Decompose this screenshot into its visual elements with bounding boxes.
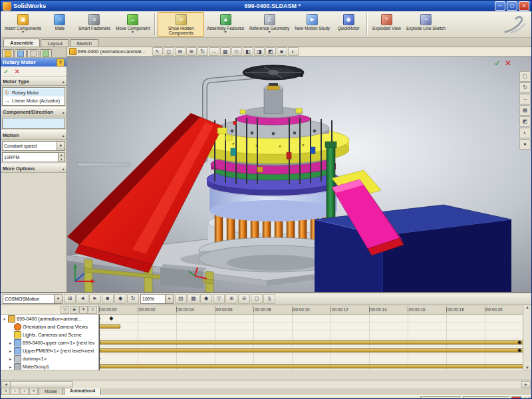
toolbar-smart-fasteners[interactable]: ≡Smart Fasteners xyxy=(76,12,113,37)
shaded-with-edges-icon[interactable]: ◩ xyxy=(265,47,276,56)
shaded-icon[interactable]: ■ xyxy=(277,47,287,56)
wireframe-icon[interactable]: ◇ xyxy=(231,47,242,56)
expand-icon[interactable]: ▾ xyxy=(2,317,7,321)
tree-item-699-0400-animation-animat[interactable]: ▾699-0400 (animation<animat... xyxy=(1,315,98,323)
view-orientation-icon[interactable]: ▦ xyxy=(519,105,531,116)
timeline-track[interactable]: ◆ xyxy=(99,362,523,370)
filter-all-icon[interactable]: ▽ xyxy=(61,306,69,314)
zoom-fit-timeline-icon[interactable]: ◻ xyxy=(251,294,263,304)
timeline-track[interactable]: ◆ xyxy=(99,323,523,331)
keyframe-diamond[interactable]: ◆ xyxy=(517,347,521,354)
results-graph-icon[interactable]: ▤ xyxy=(175,294,187,304)
speed-type-select[interactable]: Constant speed ▼ xyxy=(2,141,65,151)
timeline-track[interactable]: ◆ xyxy=(99,354,523,362)
panel-tab-3[interactable] xyxy=(40,49,52,57)
standard-views-icon[interactable]: ▦ xyxy=(220,47,231,56)
collapse-icon[interactable]: ▴ xyxy=(63,133,65,138)
study-type-select[interactable]: COSMOSMotion ▼ xyxy=(3,294,63,304)
tree-item-upperpm699-1-next-level-next[interactable]: ▸UpperPM699<1> (next level<next xyxy=(1,346,98,354)
scroll-down-icon[interactable]: ▼ xyxy=(525,366,529,370)
scroll-right-icon[interactable]: ► xyxy=(521,381,531,388)
help-icon[interactable]: ? xyxy=(57,59,65,66)
timeline-ruler[interactable]: 00:00:0000:00:0200:00:0400:00:0600:00:08… xyxy=(99,305,523,315)
section-component-direction[interactable]: Component/Direction ▴ xyxy=(1,107,66,116)
toolbar-quickmotor[interactable]: ◉QuickMotor xyxy=(332,12,364,37)
toolbar-assembly-features[interactable]: ▲Assembly Features▾ xyxy=(204,12,247,37)
toolbar-new-motion-study[interactable]: ►New Motion Study xyxy=(292,12,332,37)
toolbar-reference-geometry[interactable]: ∠Reference Geometry▾ xyxy=(247,12,292,37)
toolbar-insert-components[interactable]: ▣Insert Components▾ xyxy=(2,12,44,37)
tree-item-mategroup1[interactable]: ▸MateGroup1 xyxy=(1,362,98,370)
play-from-start-icon[interactable]: ◄ xyxy=(76,294,88,304)
spinner[interactable]: ▲▼ xyxy=(58,153,65,162)
zoom-fit-icon[interactable]: ◻ xyxy=(164,47,174,56)
hidden-lines-visible-icon[interactable]: ◧ xyxy=(243,47,253,56)
keyframe-diamond[interactable]: ◆ xyxy=(517,339,521,346)
hide-show-items-icon[interactable]: ◐ xyxy=(519,128,531,138)
panel-tab-1[interactable] xyxy=(15,49,27,57)
motor-option-rotary-motor[interactable]: ↻Rotary Motor xyxy=(3,88,64,96)
confirm-cancel-icon[interactable]: ✕ xyxy=(505,59,511,68)
zoom-area-icon[interactable]: ⊞ xyxy=(175,47,186,56)
expand-icon[interactable]: ▸ xyxy=(8,348,13,353)
rotate-view-icon[interactable]: ↻ xyxy=(198,47,208,56)
rotate-view-icon[interactable]: ↻ xyxy=(519,82,531,93)
change-bar[interactable] xyxy=(99,364,523,368)
dropdown-arrow-icon[interactable]: ▾ xyxy=(22,31,24,33)
select-icon[interactable]: ↖ xyxy=(152,47,163,56)
chevron-down-icon[interactable]: ▼ xyxy=(165,295,173,303)
fullscreen-icon[interactable]: ◻ xyxy=(519,71,531,82)
expand-icon[interactable]: ▸ xyxy=(8,356,13,361)
panel-tab-2[interactable] xyxy=(27,49,39,57)
rpm-input[interactable]: 10RPM ▲▼ xyxy=(2,152,65,162)
minimize-button[interactable]: ─ xyxy=(495,1,505,11)
toolbar-explode-line-sketch[interactable]: ~Explode Line Sketch xyxy=(404,12,448,37)
expand-icon[interactable]: ▴ xyxy=(63,166,65,171)
tab-layout[interactable]: Layout xyxy=(41,39,69,47)
timeline-track[interactable]: ◆ xyxy=(99,331,523,338)
timeline-track[interactable]: ◆◆ xyxy=(99,338,523,346)
motion-settings-icon[interactable]: ▦ xyxy=(188,294,200,304)
hidden-lines-removed-icon[interactable]: ◨ xyxy=(254,47,265,56)
camera-icon[interactable]: ● xyxy=(519,139,531,150)
timeline-track[interactable]: ◆◆ xyxy=(99,315,523,323)
zoom-in-timeline-icon[interactable]: ⊕ xyxy=(225,294,237,304)
chevron-down-icon[interactable]: ▼ xyxy=(54,295,62,303)
timeline-track[interactable]: ◆◆ xyxy=(99,346,523,354)
section-motion[interactable]: Motion ▴ xyxy=(1,130,66,140)
dropdown-arrow-icon[interactable]: ▾ xyxy=(132,31,134,33)
collapse-icon[interactable]: ▴ xyxy=(63,110,65,114)
key-properties-icon[interactable]: ◆ xyxy=(200,294,212,304)
cancel-button[interactable]: ✕ xyxy=(14,68,19,75)
scrollbar-thumb[interactable] xyxy=(10,381,72,388)
resize-grip[interactable] xyxy=(523,396,531,399)
ok-button[interactable]: ✓ xyxy=(3,68,9,75)
section-more-options[interactable]: More Options ▴ xyxy=(1,164,66,173)
flag-icon[interactable]: § xyxy=(263,294,275,304)
tree-item-orientation-and-camera-views[interactable]: Orientation and Camera Views xyxy=(1,323,98,331)
playhead[interactable] xyxy=(99,315,100,370)
zoom-in-out-icon[interactable]: ⊕ xyxy=(186,47,197,56)
chevron-down-icon[interactable]: ▼ xyxy=(57,142,65,150)
scroll-left-icon[interactable]: ◄ xyxy=(1,381,11,388)
spin-down-icon[interactable]: ▼ xyxy=(58,158,65,162)
tab-model[interactable]: Model xyxy=(39,388,63,395)
save-animation-icon[interactable]: ◆ xyxy=(114,294,126,304)
tree-item-lights-cameras-and-scene[interactable]: Lights, Cameras and Scene xyxy=(1,331,98,338)
motor-option-linear-motor-actuator[interactable]: →Linear Motor (Actuator) xyxy=(3,96,64,104)
scroll-up-icon[interactable]: ▲ xyxy=(525,305,529,309)
filter-driving-icon[interactable]: ▼ xyxy=(79,306,88,314)
timeline-vertical-scrollbar[interactable]: ▲ ▼ xyxy=(523,305,531,370)
timeline-tracks[interactable]: ◆◆◆◆◆◆◆◆◆◆ xyxy=(99,315,523,370)
maximize-button[interactable]: ▢ xyxy=(507,1,517,11)
toolbar-mate[interactable]: ∩Mate xyxy=(44,12,76,37)
pan-icon[interactable]: ↔ xyxy=(519,94,531,104)
playback-mode-icon[interactable]: ↻ xyxy=(127,294,139,304)
blue-cabinet[interactable] xyxy=(315,205,511,292)
dropdown-arrow-icon[interactable]: ▾ xyxy=(225,31,227,33)
tab-sketch[interactable]: Sketch xyxy=(70,39,98,47)
tab-assemble[interactable]: Assemble xyxy=(3,39,40,47)
section-motor-type[interactable]: Motor Type ▴ xyxy=(1,76,66,86)
collapse-icon[interactable]: ▴ xyxy=(63,79,65,84)
timeline-horizontal-scrollbar[interactable]: ◄ ► xyxy=(1,380,531,388)
